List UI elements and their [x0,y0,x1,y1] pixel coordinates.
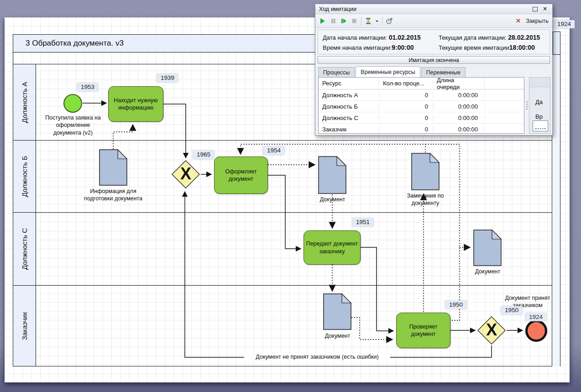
maximize-icon [533,7,538,11]
pause-button[interactable] [330,17,337,25]
hourglass-dropdown-arrow[interactable] [375,17,379,25]
start-date-row: Дата начала имитации: 01.02.2015 [323,34,421,41]
document-z[interactable] [323,293,351,330]
badge-make: 1954 [263,146,284,155]
lane-line [13,212,552,213]
cell-count: 0 [379,126,433,133]
badge-gateway2: 1950 [501,306,522,314]
cell-count: 0 [379,92,433,99]
task-make[interactable]: Оформляет документ [214,157,268,194]
lane-c-label: Должность С [21,228,28,270]
side-panel-header [529,78,550,87]
lane-c-header[interactable]: Должность С [13,212,36,286]
lane-a-header[interactable]: Должность А [13,64,36,141]
col-process-count[interactable]: Кол-во проце... [379,80,433,87]
badge-gateway1: 1965 [193,151,214,159]
toolbar-separator [382,17,382,25]
close-x-icon: ✕ [516,17,521,24]
gateway-accept[interactable]: X [477,316,506,345]
close-button[interactable]: Закрыть [526,17,549,24]
page-break-line [560,31,560,366]
document-notes-label: Замечания по документу [398,192,453,207]
page-break-cell [553,31,560,55]
current-time-value: 18:00:00 [509,44,535,51]
hourglass-icon[interactable] [365,17,372,25]
side-panel-ellipsis-button[interactable] [533,120,548,131]
simulation-info-panel: Дата начала имитации: 01.02.2015 Время н… [318,30,550,54]
document-c[interactable] [473,230,502,267]
table-row[interactable]: Должность Б 0 0:00:00 [319,101,524,112]
dialog-titlebar[interactable]: Ход имитации ✕ [315,4,552,14]
side-panel-label-1: Да [535,99,543,105]
lane-line [13,285,552,286]
table-row[interactable]: Должность А 0 0:00:00 [319,89,524,101]
task-pass[interactable]: Передает документ заказчику [304,230,361,265]
document-notes[interactable] [411,153,440,191]
close-window-button[interactable]: ✕ [541,6,549,12]
badge-find: 1939 [157,74,178,82]
lane-line [13,140,552,141]
table-row[interactable]: Заказчик 0 0:00:00 [319,124,524,134]
desktop: 3 Обработка документа. v3 Должность А До… [0,0,581,392]
current-time-label: Текущее время имитации [439,44,509,51]
col-queue-length[interactable]: Длина очереди [433,77,485,90]
simulation-status-text: Имитация окончена [408,57,459,63]
badge-start: 1953 [77,83,98,91]
table-row[interactable]: Должность С 0 0:00:00 [319,112,524,124]
maximize-button[interactable] [531,6,539,12]
document-b-label: Документ [315,196,350,203]
step-button[interactable] [340,17,347,25]
cell-resource: Должность Б [319,103,379,110]
badge-pass: 1951 [352,218,373,226]
document-z-label: Документ [320,332,355,340]
start-event[interactable] [63,94,82,113]
cell-resource: Должность С [319,115,379,121]
panel-splitter[interactable] [525,77,529,134]
resources-table: Ресурс Кол-во проце... Длина очереди Дол… [318,77,524,134]
current-date-row: Текущая дата имитации: 28.02.2015 [439,34,540,41]
tab-temp-resources[interactable]: Временные ресурсы [356,66,420,77]
stop-button[interactable] [351,17,358,25]
dialog-tabs: Процессы Временные ресурсы Переменные [318,67,466,77]
lane-customer-label: Заказчик [21,312,28,340]
reject-edge-label: Документ не принят заказчиком (есть ошиб… [244,354,390,360]
dialog-toolbar: ✕ Закрыть [315,14,552,28]
lane-b-label: Должность Б [21,156,28,197]
badge-end: 1924 [525,313,546,321]
lane-customer-header[interactable]: Заказчик [13,285,36,366]
page-break-strip [553,55,560,366]
badge-offscreen: 1924 [554,20,575,28]
play-button[interactable] [319,17,326,25]
start-time-value: 9:00:00 [392,44,414,51]
tab-processes[interactable]: Процессы [318,67,355,77]
document-b[interactable] [318,156,346,194]
col-resource[interactable]: Ресурс [319,80,379,87]
side-panel-label-2: Вр [535,113,543,120]
simulation-status-bar: Имитация окончена [318,56,550,64]
add-timer-button[interactable] [386,17,393,25]
cell-count: 0 [379,115,433,121]
task-find[interactable]: Находит нужную информацию [108,86,163,122]
close-icon: ✕ [543,6,547,12]
current-time-row: Текущее время имитации18:00:00 [439,44,535,51]
badge-check: 1950 [445,301,466,309]
current-date-label: Текущая дата имитации: [439,34,507,41]
end-event[interactable] [525,320,547,342]
gateway-x-symbol: X [477,316,506,345]
current-date-value: 28.02.2015 [508,34,540,41]
gateway-rework[interactable]: X [171,160,200,189]
task-check[interactable]: Проверяет документ [396,313,450,348]
gateway-x-symbol: X [171,160,200,189]
start-date-value: 01.02.2015 [389,34,421,41]
document-c-label: Документ [471,268,505,275]
cell-resource: Должность А [319,92,379,99]
simulation-dialog: Ход имитации ✕ ✕ Закрыть [315,4,553,136]
dialog-title: Ход имитации [319,6,529,12]
start-time-label: Время начала имитации: [323,44,392,51]
cell-queue: 0:00:00 [433,103,485,110]
lane-b-header[interactable]: Должность Б [13,140,36,213]
cell-resource: Заказчик [319,126,379,133]
document-info[interactable] [99,149,127,186]
toolbar-separator [361,17,361,25]
tab-variables[interactable]: Переменные [421,67,466,77]
